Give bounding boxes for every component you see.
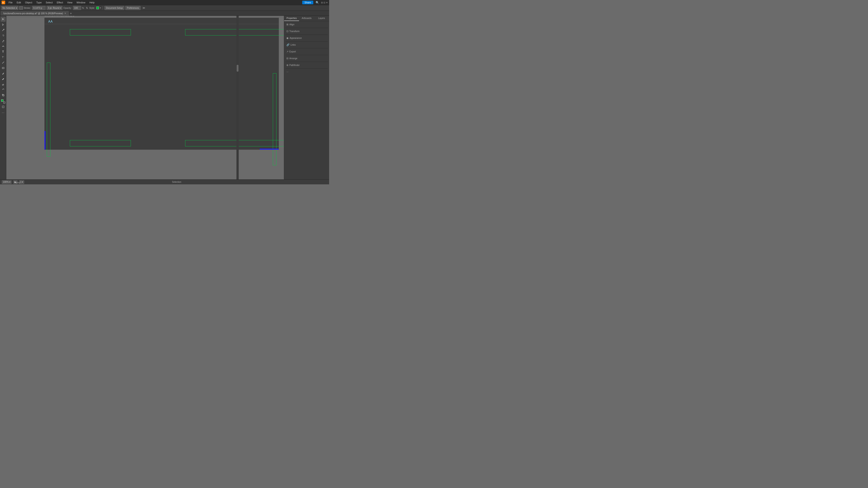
more-icon: ··· — [286, 70, 288, 73]
svg-line-2 — [2, 29, 4, 31]
export-panel-row[interactable]: ↗ Export — [285, 50, 328, 54]
menu-select[interactable]: Select — [44, 1, 55, 4]
new-tab-icon[interactable]: + — [70, 11, 72, 15]
dropdown-arrow-2-icon: ▾ — [60, 7, 61, 9]
opacity-percent: % — [82, 7, 84, 9]
menu-object[interactable]: Object — [23, 1, 34, 4]
rotate-tool[interactable] — [1, 87, 6, 92]
more-panel-row[interactable]: ··· — [285, 70, 328, 74]
tab-artboards[interactable]: Artboards — [299, 16, 314, 21]
magic-wand-tool[interactable] — [1, 28, 6, 33]
svg-point-5 — [3, 46, 3, 46]
transform-label: Transform — [289, 30, 300, 33]
appearance-label: Appearance — [289, 37, 302, 39]
share-button[interactable]: Share — [302, 1, 313, 4]
panel-divider-4 — [285, 48, 328, 48]
search-icon[interactable]: 🔍 — [315, 1, 319, 4]
svg-line-6 — [2, 62, 4, 64]
appearance-icon: ◉ — [286, 37, 289, 39]
blue-line-left — [44, 131, 45, 150]
file-tab[interactable]: functionalScreens-pro-desktop.ai* @ 100 … — [1, 11, 69, 15]
eraser-tool[interactable] — [1, 82, 6, 87]
preferences-button[interactable]: Preferences — [125, 6, 141, 10]
canvas-area[interactable]: functionalScreens-pro-desktop.ai* — [6, 16, 284, 180]
pathfinder-label: Pathfinder — [289, 64, 300, 66]
link-panel-row[interactable]: 🔗 Links — [285, 43, 328, 47]
style-color-swatch[interactable] — [96, 6, 99, 9]
selection-tool[interactable] — [1, 17, 6, 22]
artboard-logo — [48, 20, 53, 23]
menu-help[interactable]: Help — [88, 1, 96, 4]
left-toolbar: T Tʼ ··· — [0, 16, 6, 180]
align-panel-row[interactable]: ⊞ Align — [285, 23, 328, 26]
type-tool[interactable]: T — [1, 49, 6, 54]
zoom-value: 100% — [3, 181, 9, 183]
svg-point-4 — [3, 40, 4, 41]
line-segment-tool[interactable] — [1, 60, 6, 65]
direct-selection-tool[interactable] — [1, 22, 6, 27]
main-layout: T Tʼ ··· — [0, 16, 329, 180]
menu-effect[interactable]: Effect — [55, 1, 65, 4]
style-label: Style: — [89, 7, 95, 9]
tab-filename: functionalScreens-pro-desktop.ai* @ 100 … — [3, 12, 63, 15]
artboard: functionalScreens-pro-desktop.ai* — [44, 18, 279, 150]
svg-rect-9 — [3, 95, 4, 96]
arrange-label: Arrange — [289, 57, 298, 60]
svg-rect-11 — [2, 106, 4, 108]
stroke-label: Stroke: — [24, 7, 31, 9]
opacity-input[interactable]: 100 — [73, 6, 81, 10]
panel-divider-5 — [285, 55, 328, 55]
touch-type-tool[interactable]: Tʼ — [1, 55, 6, 60]
zoom-dropdown[interactable]: 100% ▾ — [2, 180, 11, 184]
transform-panel-row[interactable]: ⊡ Transform — [285, 29, 328, 33]
app-logo: Ai — [1, 0, 5, 4]
stroke-round-label: 3 pt. Round — [48, 7, 59, 9]
dropdown-arrow-icon: ▾ — [16, 7, 17, 9]
pencil-tool[interactable] — [1, 76, 6, 81]
paintbrush-tool[interactable] — [1, 71, 6, 76]
pen-tool[interactable] — [1, 38, 6, 43]
stroke-style-dropdown[interactable]: 3 pt. Round ▾ — [46, 6, 62, 10]
menu-bar: Ai File Edit Object Type Select Effect V… — [0, 0, 329, 5]
fill-stroke-indicator[interactable] — [1, 99, 6, 104]
menu-file[interactable]: File — [7, 1, 14, 4]
scale-tool[interactable] — [1, 93, 6, 98]
align-icon: ⊞ — [286, 23, 288, 26]
arrange-panel-row[interactable]: ⊟ Arrange — [285, 57, 328, 60]
drawing-mode-icon[interactable] — [1, 104, 6, 109]
selection-dropdown[interactable]: No Selection ▾ — [1, 6, 18, 10]
tab-layers[interactable]: Layers — [314, 16, 329, 21]
green-box-left-vert — [47, 63, 51, 157]
document-setup-button[interactable]: Document Setup — [104, 6, 125, 10]
curvature-tool[interactable] — [1, 44, 6, 49]
svg-marker-8 — [4, 89, 4, 90]
rectangle-tool[interactable] — [1, 66, 6, 70]
svg-text:Ai: Ai — [2, 2, 4, 4]
menu-window[interactable]: Window — [75, 1, 87, 4]
extra-options-icon[interactable]: ≫ — [143, 6, 145, 9]
fill-swatch[interactable] — [19, 6, 23, 9]
green-box-top-left — [70, 29, 131, 35]
right-panel-tabs: Properties Artboards Layers — [284, 16, 329, 21]
export-icon: ↗ — [286, 50, 288, 53]
style-swatch-arrow-icon: ▾ — [100, 7, 101, 9]
menu-type[interactable]: Type — [35, 1, 43, 4]
more-tools-icon[interactable]: ··· — [2, 111, 4, 114]
tab-properties[interactable]: Properties — [284, 16, 299, 21]
menu-edit[interactable]: Edit — [15, 1, 23, 4]
svg-rect-7 — [2, 67, 4, 69]
lasso-tool[interactable] — [1, 33, 6, 38]
vertical-scrollbar[interactable] — [237, 16, 239, 180]
tab-close-icon[interactable]: ✕ — [64, 12, 66, 14]
scrollbar-thumb[interactable] — [237, 65, 239, 72]
menu-view[interactable]: View — [65, 1, 74, 4]
appearance-panel-row[interactable]: ◉ Appearance — [285, 36, 328, 40]
green-box-right-vert — [273, 73, 276, 165]
pathfinder-panel-row[interactable]: ⊕ Pathfinder — [285, 63, 328, 67]
stroke-input[interactable]: 0.1473 p — [32, 6, 46, 10]
opacity-label: Opacity: — [63, 7, 72, 9]
link-icon: 🔗 — [286, 43, 289, 46]
align-label: Align — [289, 23, 294, 26]
right-panel: Properties Artboards Layers ⊞ Align ⊡ Tr… — [284, 16, 329, 180]
opacity-arrows-icon: ⇅ — [86, 6, 88, 9]
